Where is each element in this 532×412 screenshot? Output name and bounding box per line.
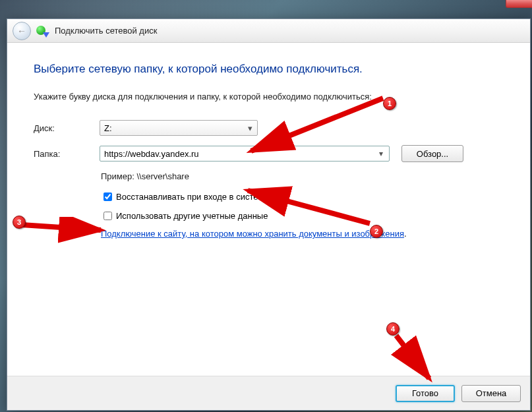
page-subtext: Укажите букву диска для подключения и па… <box>34 92 504 102</box>
drive-row: Диск: Z: ▾ <box>34 120 504 136</box>
titlebar: ← Подключить сетевой диск <box>7 19 530 43</box>
browse-button[interactable]: Обзор... <box>401 145 463 162</box>
page-heading: Выберите сетевую папку, к которой необхо… <box>34 63 504 76</box>
example-text: Пример: \\server\share <box>101 171 504 181</box>
othercreds-label: Использовать другие учетные данные <box>116 211 268 221</box>
folder-input[interactable] <box>100 146 390 162</box>
cancel-button[interactable]: Отмена <box>461 385 521 402</box>
close-button-fragment[interactable] <box>506 0 532 8</box>
annotation-badge-3: 3 <box>13 216 26 229</box>
drive-select[interactable]: Z: ▾ <box>100 120 258 136</box>
annotation-badge-4: 4 <box>386 322 399 336</box>
arrow-left-icon: ← <box>17 26 26 36</box>
reconnect-checkbox[interactable] <box>103 192 112 201</box>
folder-row: Папка: ▾ Обзор... <box>34 145 504 162</box>
footer-button-bar: Готово Отмена <box>7 376 530 410</box>
folder-label: Папка: <box>34 149 100 159</box>
annotation-badge-1: 1 <box>383 97 396 110</box>
network-drive-icon <box>36 24 49 38</box>
svg-line-3 <box>396 336 429 378</box>
drive-value: Z: <box>104 123 112 133</box>
chevron-down-icon: ▾ <box>244 122 256 134</box>
reconnect-row: Восстанавливать при входе в систему <box>101 191 504 203</box>
website-link-row: Подключение к сайту, на котором можно хр… <box>101 229 504 239</box>
annotation-badge-2: 2 <box>370 225 383 238</box>
connect-website-link[interactable]: Подключение к сайту, на котором можно хр… <box>101 229 404 239</box>
drive-label: Диск: <box>34 123 100 133</box>
back-button[interactable]: ← <box>13 22 31 40</box>
othercreds-row: Использовать другие учетные данные <box>101 210 504 222</box>
reconnect-label: Восстанавливать при входе в систему <box>116 192 268 202</box>
finish-button[interactable]: Готово <box>396 385 455 402</box>
map-network-drive-window: ← Подключить сетевой диск Выберите сетев… <box>7 18 531 411</box>
window-title: Подключить сетевой диск <box>55 26 157 36</box>
wizard-content: Выберите сетевую папку, к которой необхо… <box>7 43 530 245</box>
othercreds-checkbox[interactable] <box>103 212 112 220</box>
